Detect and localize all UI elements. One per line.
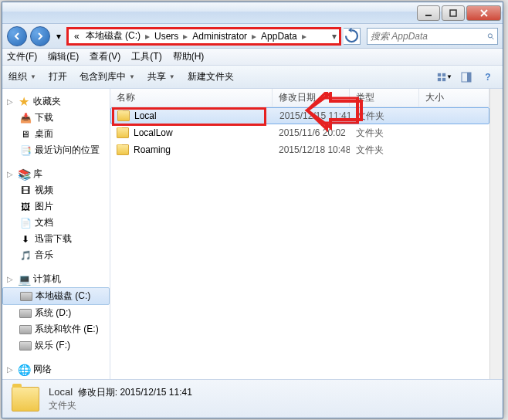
- body: ▷★收藏夹 📥下载 🖥桌面 📑最近访问的位置 ▷📚库 🎞视频 🖼图片 📄文档 ⬇…: [2, 89, 503, 379]
- sidebar-item-xunlei[interactable]: ⬇迅雷下载: [2, 231, 110, 247]
- picture-icon: 🖼: [19, 201, 32, 213]
- desktop-icon: 🖥: [19, 128, 32, 141]
- svg-rect-8: [467, 73, 471, 82]
- star-icon: ★: [18, 96, 30, 108]
- search-box[interactable]: [367, 28, 498, 45]
- back-button[interactable]: [7, 26, 27, 46]
- network-icon: 🌐: [18, 364, 30, 376]
- chevron-right-icon: ▸: [181, 31, 189, 42]
- details-type: 文件夹: [49, 399, 192, 412]
- menu-help[interactable]: 帮助(H): [173, 50, 205, 63]
- minimize-button[interactable]: [417, 5, 440, 21]
- sidebar-item-downloads[interactable]: 📥下载: [2, 110, 110, 126]
- sidebar-item-videos[interactable]: 🎞视频: [2, 182, 110, 198]
- chevron-right-icon: ▸: [144, 31, 151, 42]
- details-date-label: 修改日期:: [78, 387, 117, 398]
- maximize-button[interactable]: [442, 5, 465, 21]
- sidebar-network[interactable]: ▷🌐网络: [2, 361, 110, 378]
- folder-icon: [117, 127, 129, 138]
- column-headers: 名称 修改日期 类型 大小: [110, 89, 489, 107]
- breadcrumb-overflow[interactable]: «: [71, 29, 83, 44]
- sidebar-item-drive-c[interactable]: 本地磁盘 (C:): [2, 287, 110, 305]
- details-pane: Local 修改日期: 2015/12/15 11:41 文件夹: [2, 379, 503, 418]
- file-row-local[interactable]: Local 2015/12/15 11:41 文件夹: [110, 107, 489, 124]
- file-rows: Local 2015/12/15 11:41 文件夹 LocalLow 2015…: [110, 107, 489, 379]
- navbar: ▾ « 本地磁盘 (C:)▸ Users▸ Administrator▸ App…: [2, 24, 503, 49]
- toolbar-share[interactable]: 共享▼: [147, 70, 175, 83]
- sidebar: ▷★收藏夹 📥下载 🖥桌面 📑最近访问的位置 ▷📚库 🎞视频 🖼图片 📄文档 ⬇…: [2, 89, 110, 379]
- sidebar-item-recent[interactable]: 📑最近访问的位置: [2, 142, 110, 158]
- column-type[interactable]: 类型: [350, 89, 419, 107]
- titlebar: [2, 2, 503, 24]
- column-size[interactable]: 大小: [419, 89, 489, 107]
- sidebar-favorites[interactable]: ▷★收藏夹: [2, 93, 110, 110]
- svg-rect-5: [438, 77, 441, 80]
- svg-rect-3: [438, 73, 441, 76]
- menu-view[interactable]: 查看(V): [90, 50, 120, 63]
- drive-icon: [19, 325, 32, 334]
- breadcrumb-users[interactable]: Users: [151, 29, 181, 44]
- chevron-right-icon: ▸: [300, 31, 308, 42]
- file-list: 名称 修改日期 类型 大小 Local 2015/12/15 11:41 文件夹…: [110, 89, 489, 379]
- search-icon: [487, 31, 494, 42]
- menu-edit[interactable]: 编辑(E): [48, 50, 79, 63]
- download-icon: ⬇: [19, 233, 32, 246]
- forward-button[interactable]: [30, 26, 50, 46]
- vertical-scrollbar[interactable]: [489, 89, 503, 379]
- video-icon: 🎞: [19, 185, 32, 197]
- sidebar-libraries[interactable]: ▷📚库: [2, 166, 110, 182]
- close-button[interactable]: [466, 5, 501, 21]
- toolbar-newfolder[interactable]: 新建文件夹: [188, 70, 234, 83]
- music-icon: 🎵: [19, 249, 32, 262]
- sidebar-item-music[interactable]: 🎵音乐: [2, 247, 110, 263]
- sidebar-item-drive-d[interactable]: 系统 (D:): [2, 305, 110, 321]
- file-row-locallow[interactable]: LocalLow 2015/11/6 20:02 文件夹: [110, 124, 489, 141]
- document-icon: 📄: [19, 217, 32, 229]
- folder-icon: [117, 144, 129, 155]
- menu-tools[interactable]: 工具(T): [131, 50, 161, 63]
- toolbar-include[interactable]: 包含到库中▼: [80, 70, 135, 83]
- svg-rect-1: [450, 10, 456, 16]
- sidebar-item-drive-f[interactable]: 娱乐 (F:): [2, 337, 110, 354]
- toolbar-open[interactable]: 打开: [49, 70, 67, 83]
- toolbar-help-icon[interactable]: ?: [479, 69, 496, 86]
- details-date: 2015/12/15 11:41: [120, 387, 191, 398]
- column-date[interactable]: 修改日期: [273, 89, 350, 107]
- details-name: Local: [49, 386, 73, 398]
- sidebar-item-desktop[interactable]: 🖥桌面: [2, 126, 110, 142]
- breadcrumb-appdata[interactable]: AppData: [258, 29, 300, 44]
- computer-icon: 💻: [18, 273, 30, 286]
- search-input[interactable]: [371, 31, 487, 42]
- folder-icon: [117, 110, 130, 121]
- chevron-right-icon: ▸: [250, 31, 258, 42]
- breadcrumb-drive[interactable]: 本地磁盘 (C:): [83, 29, 144, 44]
- toolbar-view-mode[interactable]: ▼: [436, 69, 453, 86]
- explorer-window: ▾ « 本地磁盘 (C:)▸ Users▸ Administrator▸ App…: [2, 2, 503, 418]
- drive-icon: [20, 292, 32, 301]
- sidebar-computer[interactable]: ▷💻计算机: [2, 271, 110, 287]
- sidebar-item-pictures[interactable]: 🖼图片: [2, 198, 110, 215]
- refresh-button[interactable]: [344, 28, 361, 45]
- svg-rect-6: [442, 77, 445, 80]
- column-name[interactable]: 名称: [110, 89, 273, 107]
- nav-history-dropdown[interactable]: ▾: [53, 29, 64, 43]
- drive-icon: [19, 309, 32, 318]
- svg-point-2: [488, 33, 492, 37]
- sidebar-item-drive-e[interactable]: 系统和软件 (E:): [2, 321, 110, 337]
- sidebar-item-documents[interactable]: 📄文档: [2, 215, 110, 231]
- file-row-roaming[interactable]: Roaming 2015/12/18 10:48 文件夹: [110, 141, 489, 158]
- download-icon: 📥: [19, 112, 32, 124]
- menu-file[interactable]: 文件(F): [7, 50, 37, 63]
- recent-icon: 📑: [19, 144, 32, 157]
- svg-rect-4: [442, 73, 445, 76]
- address-dropdown-icon[interactable]: ▾: [332, 31, 337, 42]
- drive-icon: [19, 341, 32, 351]
- svg-rect-0: [425, 15, 432, 16]
- toolbar-preview-pane[interactable]: [458, 69, 475, 86]
- breadcrumb-admin[interactable]: Administrator: [189, 29, 250, 44]
- folder-icon: [12, 387, 39, 412]
- toolbar: 组织▼ 打开 包含到库中▼ 共享▼ 新建文件夹 ▼ ?: [2, 66, 503, 89]
- library-icon: 📚: [18, 168, 30, 181]
- address-bar[interactable]: « 本地磁盘 (C:)▸ Users▸ Administrator▸ AppDa…: [67, 28, 340, 45]
- toolbar-organize[interactable]: 组织▼: [8, 70, 36, 83]
